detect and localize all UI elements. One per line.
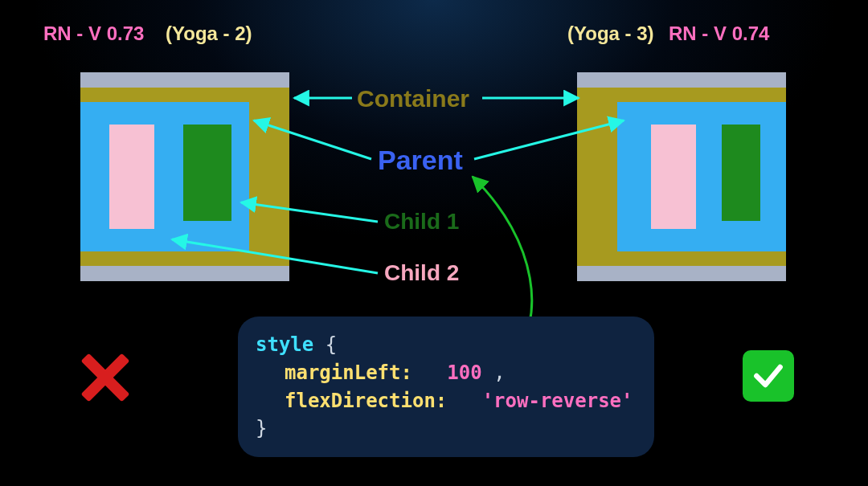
left-child1-green	[183, 125, 231, 221]
right-demo-frame	[577, 72, 786, 281]
cross-mark-icon	[77, 352, 129, 403]
left-container-box	[80, 88, 289, 266]
code-val-flex: 'row-reverse'	[482, 390, 633, 412]
code-brace-open: {	[326, 333, 337, 356]
code-prop-margin: marginLeft:	[285, 361, 412, 384]
left-parent-box	[80, 102, 249, 251]
right-yoga-label: (Yoga - 3)	[567, 22, 654, 45]
label-child1: Child 1	[384, 209, 459, 235]
left-child2-pink	[109, 125, 154, 229]
right-child1-green	[722, 125, 760, 221]
right-version-label: RN - V 0.74	[669, 22, 769, 45]
right-child2-pink	[651, 125, 696, 229]
code-brace-close: }	[256, 417, 267, 439]
left-version-label: RN - V 0.73	[43, 22, 144, 45]
left-demo-frame	[80, 72, 289, 281]
code-keyword-style: style	[256, 333, 313, 356]
code-prop-flex: flexDirection:	[285, 390, 447, 412]
right-container-box	[577, 88, 786, 266]
left-yoga-label: (Yoga - 2)	[166, 22, 252, 45]
label-parent: Parent	[378, 145, 463, 176]
code-bubble: style { marginLeft: 100 , flexDirection:…	[238, 317, 654, 457]
check-mark-icon	[743, 350, 794, 402]
code-comma: ,	[493, 361, 505, 384]
code-val-margin: 100	[447, 361, 481, 384]
label-child2: Child 2	[384, 260, 459, 286]
right-parent-box	[617, 102, 786, 251]
label-container: Container	[357, 85, 469, 112]
